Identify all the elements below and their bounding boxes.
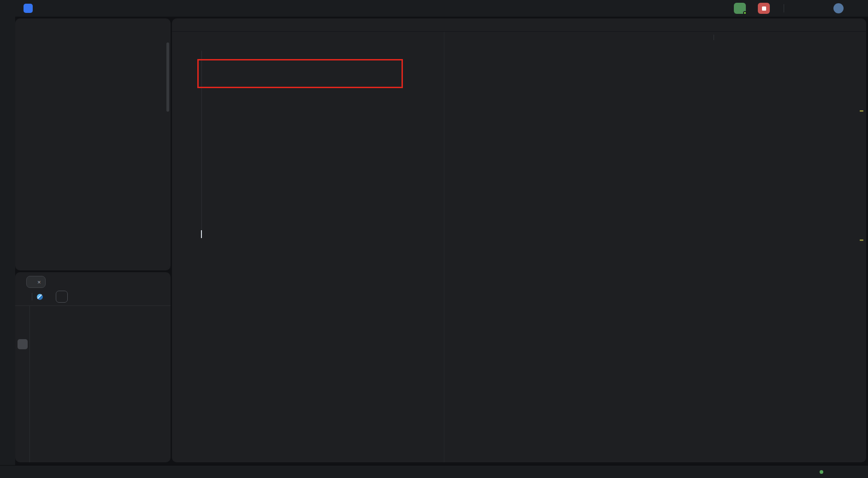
project-tree-scrollbar[interactable] [166, 42, 169, 112]
warning-stripe-mark[interactable] [860, 110, 863, 112]
soft-wrap-icon[interactable] [18, 339, 28, 349]
scroll-to-end-icon[interactable] [18, 353, 28, 364]
vcs-branch-widget[interactable] [43, 2, 55, 15]
hot-reload-button[interactable] [805, 2, 812, 15]
android-studio-logo [4, 2, 10, 15]
clear-console-icon[interactable] [18, 382, 28, 392]
editor-tab-bar [172, 18, 866, 32]
main-menu-button[interactable] [12, 2, 18, 15]
more-run-actions-button[interactable] [773, 2, 779, 15]
search-everywhere-button[interactable] [814, 2, 820, 15]
right-margin-guide [444, 32, 444, 462]
warning-stripe-mark[interactable] [860, 239, 863, 241]
activity-bar [0, 17, 15, 465]
run-config-selector[interactable] [719, 2, 731, 15]
console-toolbar [15, 306, 30, 462]
scroll-down-icon[interactable] [18, 325, 28, 335]
running-indicator [743, 11, 747, 15]
run-tab-main-dart[interactable]: × [26, 276, 46, 288]
account-button[interactable] [830, 2, 847, 15]
red-annotation-rectangle [197, 59, 403, 88]
run-button[interactable] [734, 3, 746, 14]
editor [172, 18, 866, 462]
device-selector[interactable] [705, 2, 717, 15]
project-badge [24, 4, 33, 13]
debug-button[interactable] [749, 2, 755, 15]
settings-button[interactable] [822, 2, 828, 15]
status-bar [0, 465, 868, 478]
stop-icon [762, 6, 766, 11]
text-caret [201, 230, 202, 238]
project-tool-window [15, 18, 171, 270]
stop-button[interactable] [758, 3, 770, 14]
dart-icon[interactable] [37, 294, 43, 300]
attach-debugger-button[interactable] [789, 2, 795, 15]
project-panel-header[interactable] [15, 22, 171, 35]
restore-button[interactable] [857, 2, 863, 15]
print-icon[interactable] [18, 368, 28, 378]
inspections-widget[interactable] [709, 35, 719, 40]
flutter-devtools-button[interactable] [797, 2, 803, 15]
avatar [833, 3, 844, 13]
console-output[interactable] [30, 306, 171, 462]
code-editor[interactable] [172, 32, 866, 462]
divider [32, 293, 32, 300]
titlebar [0, 0, 868, 17]
status-green-indicator[interactable] [820, 470, 823, 474]
run-toolbar [15, 290, 171, 305]
run-tool-window: × [15, 272, 171, 462]
console-tab-button[interactable] [56, 291, 68, 303]
minimize-button[interactable] [849, 2, 855, 15]
divider [784, 4, 784, 12]
close-icon[interactable]: × [37, 279, 41, 286]
android-studio-window: × [0, 0, 868, 478]
scroll-up-icon[interactable] [18, 311, 28, 321]
project-widget[interactable] [20, 2, 41, 15]
